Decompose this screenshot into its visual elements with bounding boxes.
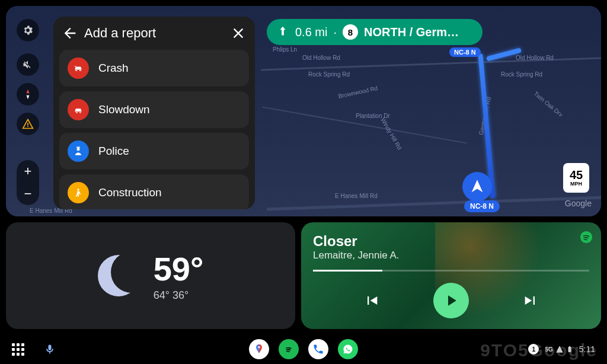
svg-point-1 xyxy=(77,189,79,190)
route-number-badge: 8 xyxy=(343,24,358,40)
map-view[interactable]: Old Hollow Rd Old Hollow Rd Rock Spring … xyxy=(6,6,601,216)
maps-app-button[interactable] xyxy=(249,339,269,359)
moon-icon xyxy=(98,255,139,296)
straight-arrow-icon xyxy=(276,25,289,39)
zoom-in-button[interactable]: + xyxy=(17,160,39,183)
road-label: Rock Spring Rd xyxy=(501,71,542,78)
weather-card[interactable]: 59° 64° 36° xyxy=(6,222,295,329)
arrow-left-icon xyxy=(62,25,78,41)
route-pill-top: NC-8 N xyxy=(449,47,481,57)
report-list[interactable]: Crash Slowdown Police xyxy=(53,50,255,209)
voice-assistant-button[interactable] xyxy=(40,339,60,359)
report-item-label: Crash xyxy=(98,62,129,75)
separator: · xyxy=(333,25,337,39)
warning-icon xyxy=(22,118,34,130)
weather-text: 59° 64° 36° xyxy=(154,250,204,302)
zoom-out-button[interactable]: − xyxy=(17,183,39,205)
progress-fill xyxy=(313,270,382,272)
svg-point-3 xyxy=(258,346,260,348)
skip-next-icon xyxy=(522,292,539,309)
nav-left xyxy=(12,339,60,359)
report-header: Add a report xyxy=(53,17,255,50)
nav-bar: 1 5G 5:11 xyxy=(0,334,607,364)
play-icon xyxy=(442,292,460,309)
temperature-current: 59° xyxy=(154,250,204,288)
map-attribution: Google xyxy=(565,199,592,208)
route-pill-label: NC-8 N xyxy=(470,202,494,210)
next-track-button[interactable] xyxy=(522,292,539,309)
clock: 5:11 xyxy=(579,344,595,354)
play-button[interactable] xyxy=(433,283,469,318)
notification-count-badge[interactable]: 1 xyxy=(528,344,539,355)
battery-icon xyxy=(566,345,573,353)
vehicle-marker xyxy=(462,172,492,202)
phone-app-button[interactable] xyxy=(308,339,328,359)
temperature-range: 64° 36° xyxy=(154,289,189,302)
route-pill-bottom: NC-8 N xyxy=(464,200,500,212)
speaker-muted-icon xyxy=(22,59,34,71)
road-label: Old Hollow Rd xyxy=(516,55,554,61)
compass-icon xyxy=(22,88,34,100)
progress-bar[interactable] xyxy=(313,270,589,272)
speed-limit-unit: MPH xyxy=(570,181,582,187)
previous-track-button[interactable] xyxy=(363,292,380,309)
speed-limit-sign: 45 MPH xyxy=(563,163,589,193)
whatsapp-app-button[interactable] xyxy=(338,339,358,359)
svg-point-0 xyxy=(77,148,80,151)
temperature-high: 64° xyxy=(154,289,170,301)
app-launcher-button[interactable] xyxy=(12,343,24,356)
nav-center xyxy=(249,339,358,359)
music-controls xyxy=(313,277,589,323)
report-item-police[interactable]: Police xyxy=(59,133,249,170)
report-button[interactable] xyxy=(17,113,39,135)
mute-button[interactable] xyxy=(17,53,39,76)
slowdown-icon xyxy=(68,99,89,120)
settings-button[interactable] xyxy=(17,19,39,41)
crash-icon xyxy=(68,58,89,79)
report-item-label: Police xyxy=(98,145,129,158)
report-title: Add a report xyxy=(84,25,230,41)
svg-rect-5 xyxy=(569,346,570,347)
svg-rect-4 xyxy=(568,347,571,352)
report-item-label: Slowdown xyxy=(98,103,150,116)
construction-icon xyxy=(68,182,89,203)
skip-previous-icon xyxy=(363,292,380,309)
back-button[interactable] xyxy=(62,25,78,41)
temperature-low: 36° xyxy=(172,289,189,301)
direction-road-name: NORTH / Germ… xyxy=(364,25,473,39)
nav-right: 1 5G 5:11 xyxy=(528,344,595,355)
report-item-slowdown[interactable]: Slowdown xyxy=(59,91,249,128)
gear-icon xyxy=(22,24,34,36)
road-label: Phlips Ln xyxy=(273,46,297,53)
status-indicators: 5G xyxy=(545,345,573,353)
microphone-icon xyxy=(44,343,56,355)
track-artist: Lemaitre, Jennie A. xyxy=(313,250,589,261)
track-title: Closer xyxy=(313,233,589,250)
road-label: Rock Spring Rd xyxy=(308,71,350,78)
route-pill-label: NC-8 N xyxy=(454,49,476,56)
spotify-icon xyxy=(283,343,295,355)
compass-button[interactable] xyxy=(17,83,39,106)
signal-icon xyxy=(555,345,564,353)
spotify-app-button[interactable] xyxy=(279,339,299,359)
phone-icon xyxy=(312,343,324,355)
report-panel: Add a report Crash Slowdown xyxy=(53,17,255,209)
police-icon xyxy=(68,141,89,162)
network-type: 5G xyxy=(545,346,552,353)
zoom-controls: + − xyxy=(17,160,39,205)
road-label: Old Hollow Rd xyxy=(302,55,340,61)
whatsapp-icon xyxy=(342,343,354,355)
report-item-label: Construction xyxy=(98,186,162,199)
direction-banner[interactable]: 0.6 mi · 8 NORTH / Germ… xyxy=(267,19,483,45)
close-icon xyxy=(230,25,247,41)
report-item-construction[interactable]: Construction xyxy=(59,174,249,209)
speed-limit-value: 45 xyxy=(570,169,583,181)
road-label: E Hanes Mill Rd xyxy=(335,193,378,199)
close-button[interactable] xyxy=(230,25,247,41)
report-item-crash[interactable]: Crash xyxy=(59,50,249,87)
maps-icon xyxy=(253,343,265,355)
direction-distance: 0.6 mi xyxy=(295,25,327,39)
music-card[interactable]: Closer Lemaitre, Jennie A. xyxy=(301,222,601,329)
